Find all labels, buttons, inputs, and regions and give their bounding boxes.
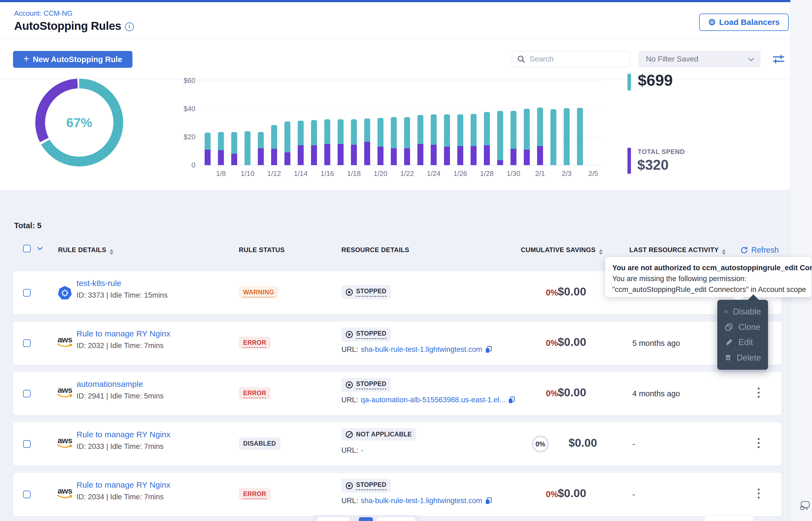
bar-savings-1/13	[284, 121, 291, 152]
aws-icon: aws	[56, 436, 74, 450]
bar-savings-1/11	[258, 132, 264, 148]
pagination-chip[interactable]	[377, 517, 415, 521]
select-all-checkbox[interactable]	[23, 245, 31, 252]
status-badge[interactable]: ERROR	[239, 387, 271, 399]
row-actions-kebab[interactable]	[756, 487, 761, 500]
copy-icon[interactable]	[485, 497, 492, 505]
status-badge[interactable]: ERROR	[239, 488, 271, 500]
row-checkbox[interactable]	[23, 289, 31, 297]
row-checkbox[interactable]	[23, 390, 31, 398]
pagination-bar[interactable]	[312, 515, 420, 521]
permission-tooltip: You are not authorized to ccm_autostoppi…	[605, 257, 811, 297]
sort-icon[interactable]	[722, 249, 726, 255]
resource-state-badge[interactable]: STOPPED	[341, 327, 391, 341]
sort-icon[interactable]	[599, 249, 603, 255]
resource-state-badge[interactable]: STOPPED	[341, 378, 391, 392]
status-badge[interactable]: ERROR	[239, 337, 271, 349]
bar-savings-1/28	[484, 112, 490, 145]
x-axis-tick-label: 1/24	[422, 169, 446, 178]
rule-meta: ID: 2941 | Idle Time: 5mins	[77, 392, 164, 400]
last-activity: 5 months ago	[632, 339, 680, 348]
resource-url-link[interactable]: qa-automation-alb-515563988.us-east-1.el…	[361, 396, 506, 404]
x-axis-tick-label: 1/26	[448, 169, 472, 178]
resource-url-link[interactable]: sha-bulk-rule-test-1.lightwingtest.com	[361, 497, 482, 505]
bar-spend-1/28	[484, 145, 490, 165]
rule-meta: ID: 2033 | Idle Time: 7mins	[77, 443, 164, 451]
row-checkbox[interactable]	[23, 339, 31, 347]
bar-savings-1/10	[244, 131, 251, 165]
total-savings-value: $699	[638, 71, 673, 89]
bar-savings-1/23	[418, 115, 423, 144]
resource-state-badge[interactable]: STOPPED	[341, 479, 391, 493]
resource-url-line: URL: sha-bulk-rule-test-1.lightwingtest.…	[341, 497, 492, 505]
tooltip-line: You are missing the following permission…	[612, 273, 805, 284]
rule-name-link[interactable]: test-k8s-rule	[77, 279, 121, 288]
rule-meta: ID: 2034 | Idle Time: 7mins	[77, 493, 164, 501]
sort-icon[interactable]	[110, 249, 113, 255]
bar-savings-1/31	[524, 109, 530, 150]
table-total-count: Total: 5	[14, 221, 42, 230]
rule-name-link[interactable]: Rule to manage RY Nginx	[77, 430, 170, 439]
column-rule-details[interactable]: RULE DETAILS	[58, 246, 113, 255]
resource-url-link[interactable]: sha-bulk-rule-test-1.lightwingtest.com	[361, 345, 482, 354]
bar-spend-1/8	[218, 150, 224, 165]
x-axis-tick-label: 1/8	[209, 169, 233, 178]
rule-name-link[interactable]: Rule to manage RY Nginx	[77, 480, 170, 490]
column-last-resource-activity[interactable]: LAST RESOURCE ACTIVITY	[629, 246, 726, 255]
menu-item-clone[interactable]: Clone	[717, 322, 768, 332]
x-axis-tick-label: 1/28	[475, 169, 499, 178]
resource-url-link[interactable]: -	[361, 446, 363, 455]
pagination-chip[interactable]	[318, 517, 350, 521]
table-row[interactable]: aws Rule to manage RY Nginx ID: 2033 | I…	[13, 422, 782, 466]
resource-state-badge[interactable]: STOPPED	[341, 285, 391, 299]
table-row[interactable]: aws automationsample ID: 2941 | Idle Tim…	[13, 372, 782, 415]
menu-item-disable[interactable]: Disable	[717, 307, 768, 317]
bar-spend-1/13	[284, 152, 291, 165]
row-checkbox[interactable]	[23, 440, 31, 448]
bar-savings-1/15	[311, 120, 317, 145]
bar-spend-2/1	[537, 146, 543, 165]
bar-savings-1/12	[271, 125, 277, 149]
row-checkbox[interactable]	[23, 491, 31, 498]
select-menu-chevron-icon[interactable]	[37, 245, 43, 250]
chat-support-icon[interactable]	[799, 499, 812, 512]
x-axis-tick-label: 1/16	[315, 169, 340, 178]
table-row[interactable]: aws Rule to manage RY Nginx ID: 2034 | I…	[13, 473, 782, 516]
row-actions-kebab[interactable]	[756, 436, 761, 450]
bar-savings-1/26	[457, 114, 463, 146]
x-axis-tick-label: 1/30	[501, 169, 526, 178]
tooltip-line: "ccm_autoStoppingRule_edit Connectors" i…	[612, 284, 805, 295]
bar-spend-1/11	[258, 148, 264, 165]
bar-spend-1/15	[311, 145, 317, 165]
gridline	[199, 81, 601, 81]
stopped-icon	[346, 381, 353, 388]
column-resource-details: RESOURCE DETAILS	[341, 246, 409, 254]
aws-icon: aws	[56, 385, 74, 400]
bar-spend-1/23	[418, 144, 423, 165]
rule-name-link[interactable]: automationsample	[77, 380, 143, 389]
rule-name-link[interactable]: Rule to manage RY Nginx	[77, 329, 170, 338]
bar-savings-1/24	[431, 114, 437, 145]
bar-savings-1/14	[298, 121, 304, 145]
copy-icon[interactable]	[485, 346, 492, 354]
column-cumulative-savings[interactable]: CUMULATIVE SAVINGS	[521, 246, 603, 255]
bar-spend-1/29	[497, 160, 503, 165]
not-applicable-icon	[346, 431, 353, 438]
kubernetes-icon	[58, 286, 72, 300]
resource-state-badge: NOT APPLICABLE	[341, 428, 416, 440]
bar-savings-2/1	[537, 108, 543, 146]
savings-percent-ring: 0%	[532, 435, 549, 453]
bar-spend-1/20	[378, 146, 383, 165]
table-row[interactable]: aws Rule to manage RY Nginx ID: 2032 | I…	[13, 321, 782, 365]
status-badge: DISABLED	[239, 437, 280, 450]
menu-item-delete[interactable]: Delete	[717, 353, 768, 363]
status-badge[interactable]: WARNING	[239, 286, 278, 298]
rows-per-page-select[interactable]	[704, 515, 754, 521]
pagination-current-page[interactable]	[359, 517, 373, 521]
bar-spend-1/25	[444, 146, 450, 165]
menu-item-edit[interactable]: Edit	[717, 338, 768, 347]
bar-spend-1/14	[298, 145, 304, 165]
row-actions-kebab[interactable]	[756, 386, 761, 399]
bar-savings-1/19	[364, 118, 370, 142]
refresh-button[interactable]: Refresh	[740, 246, 779, 254]
